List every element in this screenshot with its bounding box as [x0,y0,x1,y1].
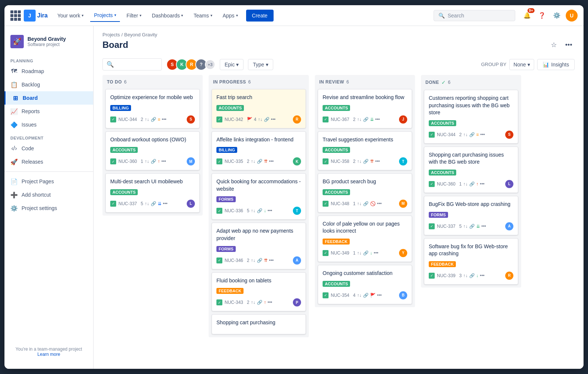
card-avatar: J [399,115,407,124]
card-nuc-360-todo[interactable]: Onboard workout options (OWO) ACCOUNTS ✓… [105,131,200,171]
more-icon: ••• [163,201,168,206]
avatar-count[interactable]: +3 [205,59,215,70]
filter-chevron: ▾ [140,13,141,17]
more-icon: ••• [375,159,380,164]
card-nuc-367[interactable]: Revise and streamline booking flow ACCOU… [318,89,412,128]
content-area: Projects / Beyond Gravity Board ☆ ••• 🔍 [94,26,584,369]
sidebar-item-add-shortcut[interactable]: ➕ Add shortcut [4,188,93,201]
board-icon: ⊞ [12,94,19,102]
card-nuc-346[interactable]: Adapt web app no new payments provider F… [212,223,306,269]
issues-icon: 🔷 [10,121,18,128]
card-nuc-337-todo[interactable]: Multi-dest search UI mobileweb ACCOUNTS … [105,173,200,213]
project-name: Beyond Gravity [27,36,66,42]
epic-filter[interactable]: Epic ▾ [220,59,244,70]
card-nuc-358[interactable]: Travel suggestion experiments ACCOUNTS ✓… [318,131,412,171]
dashboards-nav[interactable]: Dashboards ▾ [148,10,187,22]
card-nuc-343[interactable]: Fluid booking on tablets FEEDBACK ✓ NUC-… [212,272,306,312]
card-done-4[interactable]: Software bug fix for BG Web-store app cr… [424,238,518,285]
card-nuc-335[interactable]: Affelite links integration - frontend BI… [212,131,306,171]
jira-logo[interactable]: J Jira [24,10,48,22]
apps-grid-icon[interactable] [10,10,21,21]
projects-label: Projects [94,12,113,18]
star-button[interactable]: ☆ [548,39,560,51]
logo-text: Jira [37,12,48,19]
more-options-button[interactable]: ••• [563,39,575,51]
column-cards-todo: Optimize experience for mobile web BILLI… [102,88,203,216]
more-icon: ••• [374,250,379,256]
apps-nav[interactable]: Apps ▾ [219,10,242,22]
issue-icon: ✓ [323,201,329,207]
link-icon: 🔗 [151,201,156,206]
sidebar-footer: You're in a team-managed project Learn m… [4,341,93,363]
card-shopping-cart-partial[interactable]: Shopping cart purchasing [212,314,306,334]
type-filter[interactable]: Type ▾ [248,59,273,70]
insights-button[interactable]: 📊 Insights [537,59,575,70]
more-icon: ••• [269,159,274,164]
card-nuc-348[interactable]: BG product search bug ACCOUNTS ✓ NUC-348… [318,173,412,213]
none-dropdown[interactable]: None ▾ [509,59,534,70]
story-points: 1 [353,201,356,206]
card-avatar: K [293,157,301,165]
sidebar-item-reports[interactable]: 📈 Reports [4,105,93,118]
card-nuc-342[interactable]: Fast trip search ACCOUNTS ✓ NUC-342 🚩 4 … [212,89,306,128]
sidebar-item-roadmap[interactable]: 🗺 Roadmap [4,65,93,78]
user-avatar[interactable]: U [566,10,578,22]
settings-button[interactable]: ⚙️ [551,10,563,22]
type-chevron: ▾ [266,62,268,68]
card-done-2[interactable]: Shopping cart purchasing issues with the… [424,147,518,193]
sidebar-item-project-pages[interactable]: 📄 Project Pages [4,175,93,188]
story-points: 2 [353,117,356,122]
subtask-icon: ↑↓ [357,117,362,122]
card-avatar: L [187,200,195,208]
more-icon: ••• [269,258,274,263]
card-avatar: A [505,222,513,230]
help-button[interactable]: ❓ [536,10,548,22]
your-work-nav[interactable]: Your work ▾ [53,10,87,22]
card-avatar: T [399,157,407,165]
card-nuc-336[interactable]: Quick booking for accommodations - websi… [212,173,306,220]
page-title-row: Board ☆ ••• [102,39,575,51]
more-icon: ••• [268,300,272,305]
priority-icon: ⇊ [370,117,374,122]
create-button[interactable]: Create [246,10,274,22]
priority-icon: ⇈ [264,159,268,164]
done-check-icon: ✓ [441,79,446,85]
card-avatar: R [505,272,513,280]
priority-icon: ≡ [476,132,479,137]
breadcrumb-project-name[interactable]: Beyond Gravity [124,32,157,37]
sidebar-item-issues[interactable]: 🔷 Issues [4,118,93,131]
card-done-1[interactable]: Customers reporting shopping cart purcha… [424,90,518,144]
search-bar[interactable]: 🔍 Search [434,10,515,21]
subtask-icon: ↑↓ [357,159,362,164]
sidebar-item-releases[interactable]: 🚀 Releases [4,155,93,168]
card-nuc-344-todo[interactable]: Optimize experience for mobile web BILLI… [105,89,200,128]
filter-nav[interactable]: Filter ▾ [123,10,145,22]
story-points: 2 [459,132,462,137]
card-done-3[interactable]: BugFix BG Web-store app crashing FORMS ✓… [424,196,518,235]
link-icon: 🔗 [264,117,270,122]
more-icon: ••• [480,132,485,137]
subtask-icon: ↑↓ [251,159,255,164]
card-nuc-354[interactable]: Ongoing customer satisfaction ACCOUNTS ✓… [318,265,412,304]
card-nuc-349[interactable]: Color of pale yellow on our pages looks … [318,216,412,262]
sidebar-item-board[interactable]: ⊞ Board [4,91,93,105]
sidebar-item-backlog[interactable]: 📋 Backlog [4,78,93,91]
notifications-button[interactable]: 🔔 9+ [521,10,533,22]
releases-label: Releases [22,159,43,165]
story-points: 5 [459,224,462,229]
breadcrumb-projects[interactable]: Projects [102,32,120,37]
projects-nav[interactable]: Projects ▾ [90,9,120,22]
issue-icon: ✓ [216,117,222,122]
link-icon: 🔗 [363,293,369,298]
project-pages-label: Project Pages [22,178,54,184]
search-placeholder: Search [448,13,464,19]
project-icon: 🚀 [10,35,24,48]
board-search[interactable]: 🔍 [102,58,162,70]
subtask-icon: ↑↓ [463,273,468,278]
sidebar-item-code[interactable]: ‹/› Code [4,142,93,155]
learn-more-link[interactable]: Learn more [37,352,60,357]
sidebar-item-project-settings[interactable]: ⚙️ Project settings [4,201,93,215]
board-columns: TO DO 6 Optimize experience for mobile w… [102,75,575,337]
teams-nav[interactable]: Teams ▾ [190,10,216,22]
apps-label: Apps [223,13,235,19]
